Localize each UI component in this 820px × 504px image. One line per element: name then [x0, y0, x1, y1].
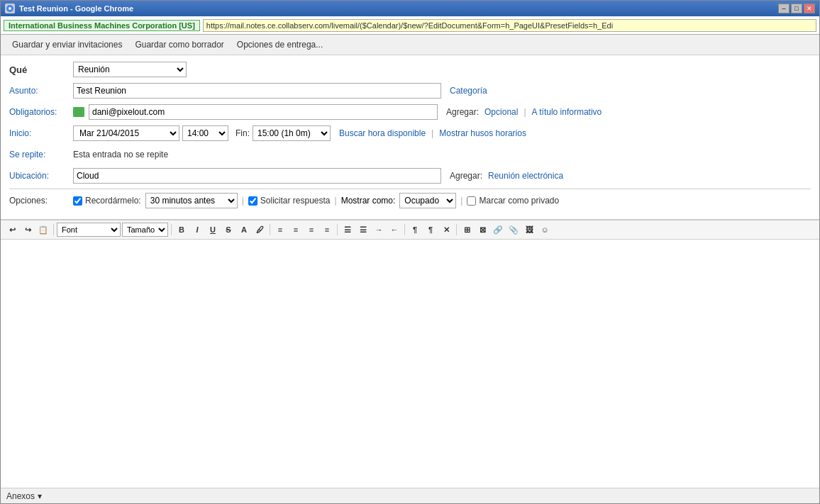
align-left-button[interactable]: ≡: [273, 223, 287, 237]
reunion-actions: Agregar: Reunión electrónica: [450, 171, 811, 181]
asunto-input[interactable]: [73, 83, 441, 99]
mostrar-como-text: Mostrar como:: [341, 196, 396, 206]
align-justify-button[interactable]: ≡: [320, 223, 334, 237]
image-button[interactable]: 🖼: [522, 223, 536, 237]
form-area: Qué Reunión Cita Evento Asunto: Categorí…: [1, 55, 819, 219]
delivery-options-button[interactable]: Opciones de entrega...: [231, 38, 328, 52]
attachment-button[interactable]: 📎: [506, 223, 521, 237]
se-repite-label: Se repite:: [9, 150, 73, 159]
paragraph-button[interactable]: ¶: [408, 223, 422, 237]
categoria-link[interactable]: Categoría: [450, 86, 487, 96]
text-color-button[interactable]: A: [237, 223, 251, 237]
inicio-label: Inicio:: [9, 128, 73, 138]
inicio-date-select[interactable]: Mar 21/04/2015: [73, 125, 179, 141]
table-button[interactable]: ⊞: [460, 223, 474, 237]
marcar-privado-label[interactable]: Marcar como privado: [467, 196, 559, 206]
outdent-button[interactable]: ←: [387, 223, 401, 237]
main-toolbar: Guardar y enviar invitaciones Guardar co…: [1, 35, 819, 55]
categoria-action: Categoría: [450, 86, 811, 96]
a-titulo-link[interactable]: A título informativo: [532, 107, 602, 117]
fin-label: Fin:: [236, 128, 250, 138]
hora-actions: Buscar hora disponible | Mostrar husos h…: [339, 128, 811, 138]
font-select[interactable]: Font: [57, 223, 121, 237]
strikethrough-button[interactable]: S: [221, 223, 236, 237]
date-time-row: Mar 21/04/2015 14:00 Fin: 15:00 (1h 0m): [73, 125, 331, 141]
recordarmelo-checkbox[interactable]: [73, 196, 82, 206]
mostrar-husos-link[interactable]: Mostrar husos horarios: [439, 128, 526, 138]
marcar-privado-checkbox[interactable]: [467, 196, 476, 206]
marks-button[interactable]: ¶: [423, 223, 438, 237]
opciones-label: Opciones:: [9, 196, 73, 206]
italic-button[interactable]: I: [190, 223, 204, 237]
rte-toolbar: ↩ ↪ 📋 Font Tamaño B I U S A 🖊 ≡ ≡ ≡ ≡ ☰ …: [1, 220, 819, 240]
mostrar-como-select[interactable]: Ocupado Libre Provisional: [399, 193, 456, 208]
reunion-electronica-link[interactable]: Reunión electrónica: [488, 171, 563, 181]
link-button[interactable]: 🔗: [491, 223, 505, 237]
maximize-button[interactable]: □: [791, 4, 802, 13]
pipe-1: |: [523, 107, 526, 117]
list-unordered-button[interactable]: ☰: [340, 223, 355, 237]
sep3: [270, 224, 270, 235]
close-button[interactable]: ✕: [804, 4, 815, 13]
pipe-5: |: [460, 196, 462, 206]
opciones-row: Opciones: Recordármelo: 30 minutos antes…: [9, 192, 811, 209]
bold-button[interactable]: B: [174, 223, 189, 237]
align-right-button[interactable]: ≡: [304, 223, 318, 237]
solicitar-checkbox[interactable]: [248, 196, 257, 206]
main-window: Test Reunion - Google Chrome – □ ✕ Inter…: [0, 0, 820, 504]
indent-button[interactable]: →: [372, 223, 386, 237]
que-select[interactable]: Reunión Cita Evento: [73, 62, 187, 77]
size-select[interactable]: Tamaño: [122, 223, 168, 237]
list-ordered-button[interactable]: ☰: [356, 223, 370, 237]
obligatorios-input[interactable]: [89, 104, 438, 120]
ubicacion-row: Ubicación: Agregar: Reunión electrónica: [9, 167, 811, 184]
asunto-row: Asunto: Categoría: [9, 82, 811, 99]
window-controls: – □ ✕: [778, 4, 815, 13]
ubicacion-input[interactable]: [73, 168, 441, 184]
recordarmelo-label[interactable]: Recordármelo:: [73, 196, 141, 206]
underline-button[interactable]: U: [206, 223, 220, 237]
fin-time-select[interactable]: 15:00 (1h 0m): [253, 125, 331, 141]
align-center-button[interactable]: ≡: [289, 223, 303, 237]
se-repite-row: Se repite: Esta entrada no se repite: [9, 146, 811, 163]
window-title: Test Reunion - Google Chrome: [19, 4, 133, 13]
options-inner: Recordármelo: 30 minutos antes 15 minuto…: [73, 193, 559, 208]
opcional-link[interactable]: Opcional: [484, 107, 518, 117]
agregar-text2: Agregar:: [450, 171, 482, 181]
save-send-button[interactable]: Guardar y enviar invitaciones: [6, 38, 128, 52]
se-repite-value: Esta entrada no se repite: [73, 150, 168, 159]
clear-format-button[interactable]: ✕: [439, 223, 453, 237]
sep6: [456, 224, 457, 235]
inicio-time-select[interactable]: 14:00: [182, 125, 228, 141]
buscar-hora-link[interactable]: Buscar hora disponible: [339, 128, 426, 138]
recordarmelo-select[interactable]: 30 minutos antes 15 minutos antes 1 hora…: [145, 193, 238, 208]
pipe-4: |: [335, 196, 337, 206]
clipboard-button[interactable]: 📋: [36, 223, 50, 237]
anexos-text: Anexos: [6, 491, 35, 501]
redo-button[interactable]: ↪: [21, 223, 35, 237]
url-bar[interactable]: https://mail.notes.ce.collabserv.com/liv…: [203, 19, 816, 32]
security-label: International Business Machines Corporat…: [4, 20, 200, 31]
table-props-button[interactable]: ⊠: [475, 223, 489, 237]
solicitar-label[interactable]: Solicitar respuesta: [248, 196, 331, 206]
title-bar: Test Reunion - Google Chrome – □ ✕: [1, 1, 819, 16]
highlight-button[interactable]: 🖊: [253, 223, 267, 237]
pipe-3: |: [242, 196, 244, 206]
agregar-action: Agregar: Opcional | A título informativo: [446, 107, 811, 117]
sep5: [404, 224, 405, 235]
bottom-bar: Anexos ▾: [1, 488, 819, 503]
form-divider: [9, 189, 811, 189]
anexos-button[interactable]: Anexos ▾: [6, 491, 42, 501]
que-label: Qué: [9, 65, 73, 75]
undo-button[interactable]: ↩: [5, 223, 19, 237]
title-bar-left: Test Reunion - Google Chrome: [5, 4, 133, 13]
minimize-button[interactable]: –: [778, 4, 789, 13]
obligatorios-label: Obligatorios:: [9, 107, 73, 117]
emoji-button[interactable]: ☺: [538, 223, 552, 237]
svg-point-1: [9, 7, 11, 10]
obligatorios-row: Obligatorios: Agregar: Opcional | A títu…: [9, 103, 811, 121]
address-bar: International Business Machines Corporat…: [1, 16, 819, 35]
editor-area[interactable]: [1, 240, 819, 488]
chrome-icon: [5, 4, 15, 13]
save-draft-button[interactable]: Guardar como borrador: [129, 38, 229, 52]
